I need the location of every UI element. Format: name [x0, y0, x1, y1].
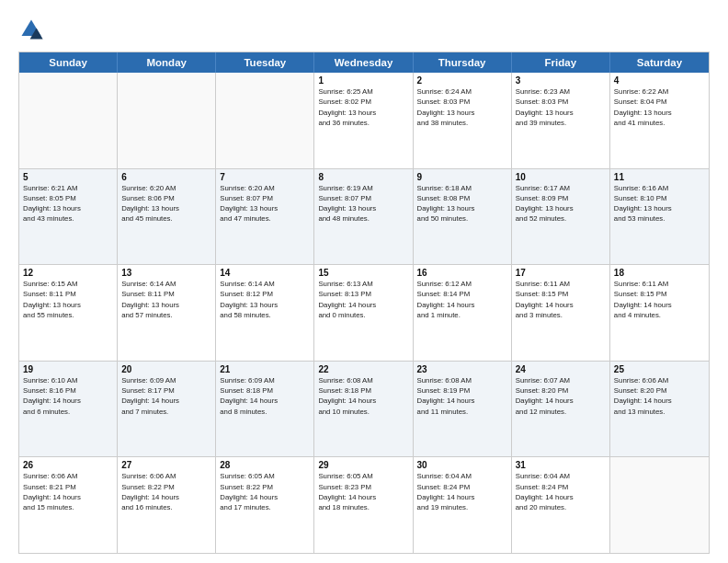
day-number: 8 [318, 172, 408, 182]
day-number: 22 [318, 364, 408, 374]
day-cell-7: 7Sunrise: 6:20 AM Sunset: 8:07 PM Daylig… [216, 169, 314, 265]
day-cell-12: 12Sunrise: 6:15 AM Sunset: 8:11 PM Dayli… [19, 265, 118, 361]
day-number: 12 [23, 268, 113, 278]
day-number: 6 [121, 172, 211, 182]
day-info: Sunrise: 6:08 AM Sunset: 8:18 PM Dayligh… [318, 375, 408, 417]
day-cell-29: 29Sunrise: 6:05 AM Sunset: 8:23 PM Dayli… [314, 457, 413, 553]
day-info: Sunrise: 6:20 AM Sunset: 8:06 PM Dayligh… [121, 183, 211, 224]
day-cell-22: 22Sunrise: 6:08 AM Sunset: 8:18 PM Dayli… [314, 362, 413, 457]
day-cell-11: 11Sunrise: 6:16 AM Sunset: 8:10 PM Dayli… [610, 169, 709, 265]
day-number: 5 [23, 172, 113, 182]
calendar-body: 1Sunrise: 6:25 AM Sunset: 8:02 PM Daylig… [19, 73, 709, 553]
day-info: Sunrise: 6:13 AM Sunset: 8:13 PM Dayligh… [318, 279, 408, 320]
day-cell-24: 24Sunrise: 6:07 AM Sunset: 8:20 PM Dayli… [512, 362, 610, 457]
day-info: Sunrise: 6:09 AM Sunset: 8:18 PM Dayligh… [220, 375, 310, 417]
day-number: 28 [220, 460, 310, 470]
day-cell-20: 20Sunrise: 6:09 AM Sunset: 8:17 PM Dayli… [118, 362, 216, 457]
day-cell-1: 1Sunrise: 6:25 AM Sunset: 8:02 PM Daylig… [314, 73, 413, 168]
day-info: Sunrise: 6:08 AM Sunset: 8:19 PM Dayligh… [417, 375, 507, 417]
day-number: 7 [220, 172, 310, 182]
day-info: Sunrise: 6:04 AM Sunset: 8:24 PM Dayligh… [516, 471, 606, 512]
day-cell-30: 30Sunrise: 6:04 AM Sunset: 8:24 PM Dayli… [414, 457, 512, 553]
day-info: Sunrise: 6:07 AM Sunset: 8:20 PM Dayligh… [516, 375, 606, 417]
day-number: 3 [516, 75, 606, 86]
day-number: 11 [614, 172, 705, 182]
header [18, 17, 710, 42]
day-number: 26 [23, 460, 113, 470]
day-info: Sunrise: 6:06 AM Sunset: 8:20 PM Dayligh… [614, 375, 705, 417]
header-cell-monday: Monday [118, 52, 216, 73]
day-number: 27 [121, 460, 211, 470]
calendar-row-3: 12Sunrise: 6:15 AM Sunset: 8:11 PM Dayli… [19, 265, 709, 362]
day-cell-18: 18Sunrise: 6:11 AM Sunset: 8:15 PM Dayli… [610, 265, 709, 361]
day-info: Sunrise: 6:09 AM Sunset: 8:17 PM Dayligh… [121, 375, 211, 417]
day-info: Sunrise: 6:05 AM Sunset: 8:23 PM Dayligh… [318, 471, 408, 512]
day-cell-27: 27Sunrise: 6:06 AM Sunset: 8:22 PM Dayli… [118, 457, 216, 553]
page: SundayMondayTuesdayWednesdayThursdayFrid… [0, 0, 728, 563]
day-cell-25: 25Sunrise: 6:06 AM Sunset: 8:20 PM Dayli… [610, 362, 709, 457]
day-info: Sunrise: 6:23 AM Sunset: 8:03 PM Dayligh… [516, 86, 606, 128]
header-cell-tuesday: Tuesday [216, 52, 314, 73]
day-info: Sunrise: 6:17 AM Sunset: 8:09 PM Dayligh… [516, 183, 606, 224]
day-cell-21: 21Sunrise: 6:09 AM Sunset: 8:18 PM Dayli… [216, 362, 314, 457]
day-number: 9 [417, 172, 507, 182]
day-info: Sunrise: 6:16 AM Sunset: 8:10 PM Dayligh… [614, 183, 705, 224]
day-cell-4: 4Sunrise: 6:22 AM Sunset: 8:04 PM Daylig… [610, 73, 709, 168]
calendar-row-2: 5Sunrise: 6:21 AM Sunset: 8:05 PM Daylig… [19, 169, 709, 266]
day-number: 24 [516, 364, 606, 374]
day-number: 4 [614, 75, 705, 86]
day-number: 15 [318, 268, 408, 278]
day-number: 29 [318, 460, 408, 470]
day-info: Sunrise: 6:24 AM Sunset: 8:03 PM Dayligh… [417, 86, 507, 128]
day-number: 23 [417, 364, 507, 374]
calendar-row-4: 19Sunrise: 6:10 AM Sunset: 8:16 PM Dayli… [19, 362, 709, 458]
day-info: Sunrise: 6:21 AM Sunset: 8:05 PM Dayligh… [23, 183, 113, 224]
day-info: Sunrise: 6:25 AM Sunset: 8:02 PM Dayligh… [318, 86, 408, 128]
day-number: 18 [614, 268, 705, 278]
day-cell-3: 3Sunrise: 6:23 AM Sunset: 8:03 PM Daylig… [512, 73, 610, 168]
day-cell-17: 17Sunrise: 6:11 AM Sunset: 8:15 PM Dayli… [512, 265, 610, 361]
day-info: Sunrise: 6:04 AM Sunset: 8:24 PM Dayligh… [417, 471, 507, 512]
header-cell-saturday: Saturday [610, 52, 709, 73]
day-info: Sunrise: 6:19 AM Sunset: 8:07 PM Dayligh… [318, 183, 408, 224]
day-cell-6: 6Sunrise: 6:20 AM Sunset: 8:06 PM Daylig… [118, 169, 216, 265]
day-number: 14 [220, 268, 310, 278]
header-cell-sunday: Sunday [19, 52, 118, 73]
day-info: Sunrise: 6:15 AM Sunset: 8:11 PM Dayligh… [23, 279, 113, 320]
empty-cell [216, 73, 314, 168]
calendar-row-5: 26Sunrise: 6:06 AM Sunset: 8:21 PM Dayli… [19, 457, 709, 553]
day-cell-5: 5Sunrise: 6:21 AM Sunset: 8:05 PM Daylig… [19, 169, 118, 265]
day-cell-19: 19Sunrise: 6:10 AM Sunset: 8:16 PM Dayli… [19, 362, 118, 457]
day-info: Sunrise: 6:11 AM Sunset: 8:15 PM Dayligh… [516, 279, 606, 320]
day-cell-8: 8Sunrise: 6:19 AM Sunset: 8:07 PM Daylig… [314, 169, 413, 265]
calendar-row-1: 1Sunrise: 6:25 AM Sunset: 8:02 PM Daylig… [19, 73, 709, 169]
day-number: 13 [121, 268, 211, 278]
calendar-header: SundayMondayTuesdayWednesdayThursdayFrid… [19, 52, 709, 73]
day-cell-16: 16Sunrise: 6:12 AM Sunset: 8:14 PM Dayli… [414, 265, 512, 361]
day-info: Sunrise: 6:14 AM Sunset: 8:11 PM Dayligh… [121, 279, 211, 320]
day-info: Sunrise: 6:10 AM Sunset: 8:16 PM Dayligh… [23, 375, 113, 417]
day-number: 25 [614, 364, 705, 374]
day-info: Sunrise: 6:14 AM Sunset: 8:12 PM Dayligh… [220, 279, 310, 320]
header-cell-wednesday: Wednesday [314, 52, 413, 73]
day-info: Sunrise: 6:06 AM Sunset: 8:21 PM Dayligh… [23, 471, 113, 512]
day-number: 21 [220, 364, 310, 374]
header-cell-friday: Friday [512, 52, 610, 73]
day-info: Sunrise: 6:11 AM Sunset: 8:15 PM Dayligh… [614, 279, 705, 320]
day-cell-15: 15Sunrise: 6:13 AM Sunset: 8:13 PM Dayli… [314, 265, 413, 361]
day-number: 20 [121, 364, 211, 374]
day-cell-10: 10Sunrise: 6:17 AM Sunset: 8:09 PM Dayli… [512, 169, 610, 265]
day-number: 10 [516, 172, 606, 182]
day-cell-9: 9Sunrise: 6:18 AM Sunset: 8:08 PM Daylig… [414, 169, 512, 265]
day-info: Sunrise: 6:20 AM Sunset: 8:07 PM Dayligh… [220, 183, 310, 224]
empty-cell [118, 73, 216, 168]
day-info: Sunrise: 6:22 AM Sunset: 8:04 PM Dayligh… [614, 86, 705, 128]
day-number: 16 [417, 268, 507, 278]
day-cell-14: 14Sunrise: 6:14 AM Sunset: 8:12 PM Dayli… [216, 265, 314, 361]
day-cell-23: 23Sunrise: 6:08 AM Sunset: 8:19 PM Dayli… [414, 362, 512, 457]
day-cell-2: 2Sunrise: 6:24 AM Sunset: 8:03 PM Daylig… [414, 73, 512, 168]
day-number: 19 [23, 364, 113, 374]
logo-icon [18, 17, 44, 42]
day-info: Sunrise: 6:12 AM Sunset: 8:14 PM Dayligh… [417, 279, 507, 320]
header-cell-thursday: Thursday [414, 52, 512, 73]
